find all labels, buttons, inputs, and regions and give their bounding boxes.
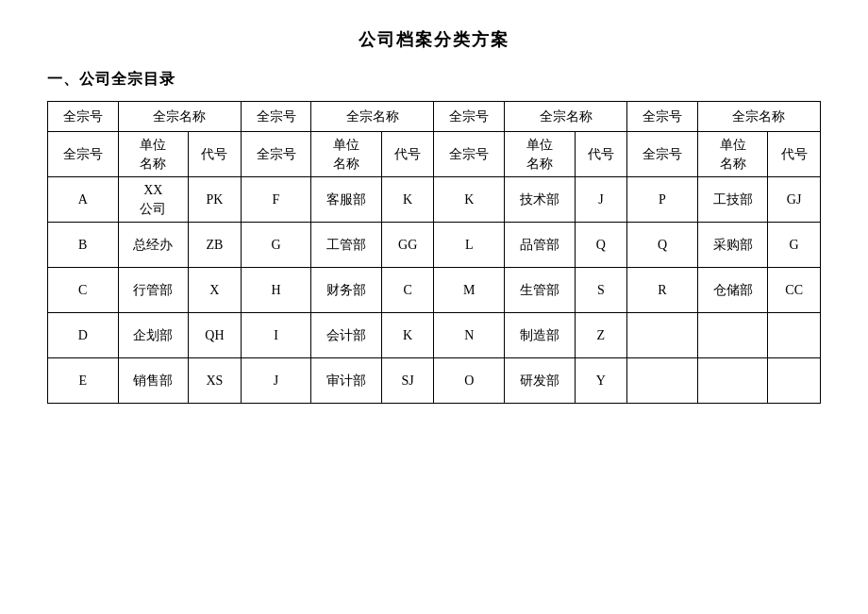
cell-dw2-r3: 会计部 [311, 313, 382, 358]
cell-dw3-r3: 制造部 [505, 313, 576, 358]
cell-qz2-r2: H [241, 268, 311, 313]
subheader-qz4: 全宗号 [627, 132, 698, 177]
header-group3: 全宗名称 [505, 102, 627, 132]
cell-qz3-r4: O [434, 358, 505, 404]
cell-qz1-r2: C [48, 268, 119, 313]
cell-qz1-r4: E [48, 358, 119, 404]
subheader-qz1: 全宗号 [48, 132, 119, 177]
cell-dh1-r4: XS [189, 358, 242, 404]
cell-dh3-r0: J [575, 177, 627, 223]
subheader-dw4: 单位名称 [697, 132, 768, 177]
cell-dh4-r3 [768, 313, 821, 358]
header-group4: 全宗名称 [697, 102, 820, 132]
cell-dh1-r1: ZB [189, 223, 242, 268]
subheader-dh2: 代号 [381, 132, 434, 177]
cell-dw1-r3: 企划部 [118, 313, 189, 358]
cell-qz2-r0: F [241, 177, 311, 223]
subheader-dh1: 代号 [189, 132, 242, 177]
cell-qz2-r1: G [241, 223, 311, 268]
cell-qz3-r0: K [434, 177, 505, 223]
subheader-dh4: 代号 [768, 132, 821, 177]
cell-dw3-r0: 技术部 [505, 177, 576, 223]
cell-dw3-r1: 品管部 [505, 223, 576, 268]
cell-dh2-r0: K [381, 177, 434, 223]
cell-dh2-r2: C [381, 268, 434, 313]
cell-qz3-r1: L [434, 223, 505, 268]
cell-dh4-r0: GJ [768, 177, 821, 223]
cell-dw2-r2: 财务部 [311, 268, 382, 313]
cell-qz1-r0: A [48, 177, 119, 223]
table-row: B 总经办 ZB G 工管部 GG L 品管部 Q Q 采购部 G [48, 223, 821, 268]
cell-dw1-r2: 行管部 [118, 268, 189, 313]
cell-dw4-r3 [697, 313, 768, 358]
cell-dh3-r4: Y [575, 358, 627, 404]
cell-dw4-r0: 工技部 [697, 177, 768, 223]
subheader-qz3: 全宗号 [434, 132, 505, 177]
header-group2: 全宗名称 [311, 102, 434, 132]
section-title: 一、公司全宗目录 [47, 70, 821, 90]
table-row: C 行管部 X H 财务部 C M 生管部 S R 仓储部 CC [48, 268, 821, 313]
cell-qz2-r4: J [241, 358, 311, 404]
cell-dh1-r3: QH [189, 313, 242, 358]
cell-qz3-r2: M [434, 268, 505, 313]
subheader-dh3: 代号 [575, 132, 627, 177]
cell-dw4-r1: 采购部 [697, 223, 768, 268]
header-group1: 全宗名称 [118, 102, 241, 132]
page-title: 公司档案分类方案 [47, 28, 821, 51]
cell-qz1-r3: D [48, 313, 119, 358]
cell-qz1-r1: B [48, 223, 119, 268]
cell-dw4-r2: 仓储部 [697, 268, 768, 313]
cell-dh1-r0: PK [189, 177, 242, 223]
table-row: D 企划部 QH I 会计部 K N 制造部 Z [48, 313, 821, 358]
cell-qz4-r2: R [627, 268, 698, 313]
cell-dw1-r1: 总经办 [118, 223, 189, 268]
cell-qz4-r0: P [627, 177, 698, 223]
subheader-dw1: 单位名称 [118, 132, 189, 177]
header-quanzong-label-1: 全宗号 [48, 102, 119, 132]
subheader-qz2: 全宗号 [241, 132, 311, 177]
subheader-dw2: 单位名称 [311, 132, 382, 177]
main-table: 全宗号 全宗名称 全宗号 全宗名称 全宗号 全宗名称 全宗号 全宗名称 全宗号 … [47, 101, 821, 404]
cell-dw4-r4 [697, 358, 768, 404]
table-row: E 销售部 XS J 审计部 SJ O 研发部 Y [48, 358, 821, 404]
cell-qz4-r3 [627, 313, 698, 358]
cell-qz4-r1: Q [627, 223, 698, 268]
cell-dw2-r4: 审计部 [311, 358, 382, 404]
cell-dh2-r1: GG [381, 223, 434, 268]
cell-dw3-r2: 生管部 [505, 268, 576, 313]
cell-dh3-r1: Q [575, 223, 627, 268]
cell-qz2-r3: I [241, 313, 311, 358]
header-quanzong-label-4: 全宗号 [627, 102, 698, 132]
cell-dh4-r2: CC [768, 268, 821, 313]
subheader-dw3: 单位名称 [505, 132, 576, 177]
header-quanzong-label-2: 全宗号 [241, 102, 311, 132]
header-quanzong-label-3: 全宗号 [434, 102, 505, 132]
cell-dh1-r2: X [189, 268, 242, 313]
cell-dh4-r4 [768, 358, 821, 404]
cell-dw2-r1: 工管部 [311, 223, 382, 268]
cell-qz4-r4 [627, 358, 698, 404]
cell-qz3-r3: N [434, 313, 505, 358]
cell-dh3-r3: Z [575, 313, 627, 358]
table-row: A XX公司 PK F 客服部 K K 技术部 J P 工技部 GJ [48, 177, 821, 223]
cell-dh3-r2: S [575, 268, 627, 313]
cell-dw1-r0: XX公司 [118, 177, 189, 223]
cell-dh2-r4: SJ [381, 358, 434, 404]
cell-dh2-r3: K [381, 313, 434, 358]
cell-dh4-r1: G [768, 223, 821, 268]
cell-dw2-r0: 客服部 [311, 177, 382, 223]
cell-dw3-r4: 研发部 [505, 358, 576, 404]
cell-dw1-r4: 销售部 [118, 358, 189, 404]
